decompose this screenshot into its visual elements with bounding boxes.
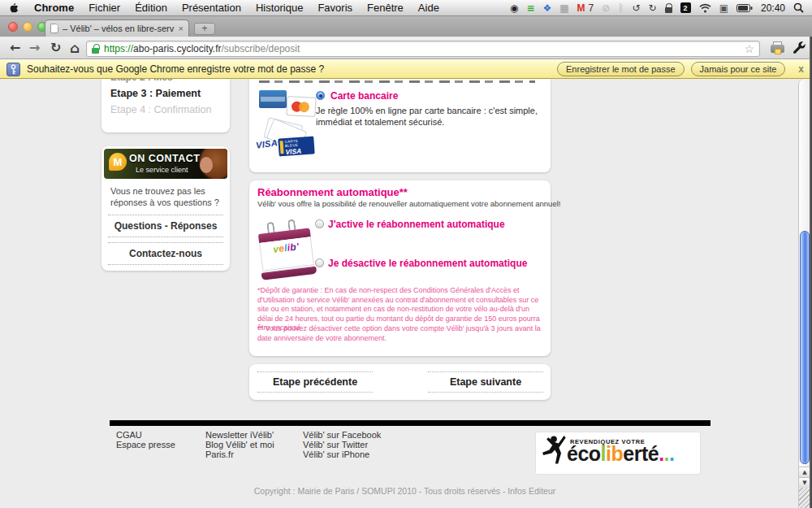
menu-item-edition[interactable]: Édition — [135, 2, 167, 14]
scroll-up-button[interactable]: ▲ — [799, 467, 810, 477]
save-password-button[interactable]: Enregistrer le mot de passe — [557, 62, 685, 76]
footer-link-facebook[interactable]: Vélib' sur Facebook — [303, 431, 381, 441]
camera-icon[interactable]: ◉ — [510, 0, 518, 16]
keyboard-layout-icon[interactable]: 2 — [680, 2, 691, 13]
infobar-close-icon[interactable]: x — [798, 63, 804, 75]
menu-item-presentation[interactable]: Présentation — [182, 2, 241, 14]
payment-cards-image: VISA CARTE BLEUE VISA — [256, 89, 319, 160]
macos-menubar: Chrome Fichier Édition Présentation Hist… — [0, 0, 812, 16]
mon-contact-banner[interactable]: M ON CONTACT Le service client — [104, 149, 227, 179]
minimize-window-button[interactable] — [23, 22, 32, 32]
footer-link-twitter[interactable]: Vélib' sur Twitter — [303, 441, 381, 450]
menu-item-chrome[interactable]: Chrome — [34, 2, 74, 14]
bookmark-star-icon[interactable]: ☆ — [744, 42, 754, 55]
footer-link-cgau[interactable]: CGAU — [116, 431, 175, 441]
new-tab-button[interactable]: + — [194, 23, 215, 35]
renewal-panel: Réabonnement automatique** Vélib' vous o… — [249, 180, 551, 356]
footer-link-blog[interactable]: Blog Vélib' et moi — [205, 441, 274, 450]
renewal-on-radio[interactable] — [315, 219, 324, 228]
scroll-down-button[interactable]: ▼ — [799, 477, 810, 488]
sync-globe-icon[interactable]: ❖ — [542, 0, 551, 16]
ecoliberte-banner[interactable]: REVENDIQUEZ VOTRE écoliberté... — [536, 432, 700, 474]
card-payment-radio[interactable] — [316, 91, 325, 100]
address-bar[interactable]: https://abo-paris.cyclocity.fr/subscribe… — [86, 41, 760, 57]
renewal-title: Réabonnement automatique** — [257, 186, 408, 198]
footer-link-paris-fr[interactable]: Paris.fr — [205, 450, 274, 460]
forward-button[interactable]: → — [29, 40, 40, 55]
step3-label: Etape 3 : Paiement — [110, 88, 230, 99]
url-host: abo-paris.cyclocity.fr — [133, 43, 221, 54]
velib-logo: velib' — [272, 241, 300, 255]
step2-clipped-label: Etape 2 : Mes coordonnées — [110, 79, 230, 83]
apple-menu-icon[interactable] — [8, 2, 19, 15]
page-menu-icon[interactable] — [770, 41, 786, 56]
ecoliberte-wordmark: écoliberté... — [567, 442, 675, 466]
browser-toolbar: ← → ↻ ⌂ https://abo-paris.cyclocity.fr/s… — [0, 37, 812, 59]
contact-question: Vous ne trouvez pas les réponses à vos q… — [110, 185, 224, 208]
time-machine-icon[interactable]: ↺ — [633, 0, 641, 16]
home-button[interactable]: ⌂ — [70, 40, 80, 56]
gmail-unread-count: 7 — [589, 2, 594, 14]
key-icon — [6, 63, 20, 76]
card-payment-label[interactable]: Carte bancaire — [330, 90, 398, 102]
wrench-menu-icon[interactable] — [793, 41, 807, 56]
level-meter-icon[interactable]: ≡ — [526, 0, 534, 16]
scrollbar-thumb[interactable] — [800, 231, 810, 464]
sync-icon[interactable]: ↻ — [649, 0, 657, 16]
battery-icon[interactable] — [736, 4, 753, 12]
page-content: Etape 2 : Mes coordonnées Etape 3 : Paie… — [0, 79, 810, 508]
vertical-scrollbar: ▲ ▼ — [798, 79, 810, 508]
calendar-menu-icon[interactable]: ▦ — [559, 0, 568, 16]
visa-logo: VISA — [255, 137, 278, 150]
footer-link-espace-presse[interactable]: Espace presse — [116, 441, 175, 450]
next-step-button[interactable]: Etape suivante — [428, 371, 543, 393]
questions-reponses-link[interactable]: Questions - Réponses — [108, 215, 223, 237]
never-for-site-button[interactable]: Jamais pour ce site — [691, 62, 786, 76]
bluetooth-icon[interactable]: ᛒ — [618, 0, 624, 16]
blocked-icon[interactable]: ⊘ — [602, 0, 610, 16]
tab-title: – Vélib' – vélos en libre-serv — [63, 24, 175, 33]
screen: Chrome Fichier Édition Présentation Hist… — [0, 0, 812, 508]
dancer-silhouette-icon — [538, 435, 568, 475]
reload-button[interactable]: ↻ — [50, 40, 61, 55]
previous-step-button[interactable]: Etape précédente — [257, 371, 373, 393]
renewal-off-label[interactable]: Je désactive le réabonnement automatique — [328, 258, 527, 269]
url-scheme: https:// — [104, 43, 133, 54]
carte-bleue-badge: CARTE BLEUE VISA — [278, 136, 314, 156]
url-text: https://abo-paris.cyclocity.fr/subscribe… — [104, 43, 739, 54]
browser-tab[interactable]: – Vélib' – vélos en libre-serv × — [45, 20, 189, 37]
spotlight-icon[interactable] — [793, 2, 804, 13]
footer-link-newsletter[interactable]: Newsletter iVélib' — [205, 431, 274, 441]
unlock-icon[interactable] — [665, 3, 672, 13]
menu-item-favoris[interactable]: Favoris — [317, 2, 352, 14]
tab-close-icon[interactable]: × — [179, 24, 184, 33]
back-button[interactable]: ← — [10, 40, 20, 55]
mon-contact-subtitle: Le service client — [136, 166, 188, 174]
menu-item-fichier[interactable]: Fichier — [89, 2, 120, 14]
close-window-button[interactable] — [8, 22, 18, 32]
footer-link-iphone[interactable]: Vélib' sur iPhone — [303, 450, 381, 460]
menubar-clock[interactable]: 20:40 — [761, 2, 785, 14]
renewal-subtitle: Vélib' vous offre la possibilité de reno… — [257, 199, 560, 208]
velib-calendar-image: velib' — [257, 224, 315, 282]
mon-contact-logo: M — [109, 153, 127, 171]
menu-item-fenetre[interactable]: Fenêtre — [367, 2, 404, 14]
steps-panel: Etape 2 : Mes coordonnées Etape 3 : Paie… — [102, 79, 230, 132]
input-menu-icon[interactable]: ▣ — [719, 0, 728, 16]
contactez-nous-link[interactable]: Contactez-nous — [108, 242, 223, 265]
step-buttons-panel: Etape précédente Etape suivante — [249, 364, 551, 400]
menu-item-aide[interactable]: Aide — [418, 2, 439, 14]
renewal-on-label[interactable]: J'active le réabonnement automatique — [328, 219, 505, 230]
wifi-icon[interactable] — [699, 3, 711, 13]
mastercard-icon — [286, 96, 316, 117]
renewal-off-radio[interactable] — [315, 258, 324, 267]
card-payment-description: Je règle 100% en ligne par carte bancair… — [316, 105, 550, 128]
contact-panel: M ON CONTACT Le service client Vous ne t… — [102, 146, 230, 271]
tab-strip: – Vélib' – vélos en libre-serv × + — [0, 16, 812, 37]
menu-item-historique[interactable]: Historique — [256, 2, 304, 14]
clipped-text-fragments — [259, 80, 535, 83]
gmail-icon[interactable]: M — [577, 2, 585, 14]
footer-column-1: CGAU Espace presse — [116, 431, 175, 450]
url-path: /subscribe/deposit — [222, 43, 300, 54]
window-resize-grip[interactable] — [799, 488, 810, 508]
